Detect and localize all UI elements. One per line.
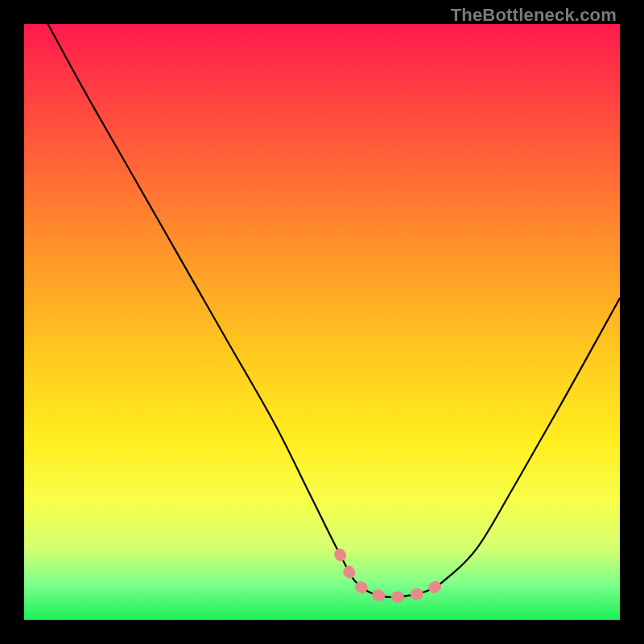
chart-area <box>24 24 620 620</box>
bottleneck-curve <box>48 24 620 597</box>
chart-svg <box>24 24 620 620</box>
valley-highlight <box>340 555 447 597</box>
watermark-text: TheBottleneck.com <box>451 5 617 26</box>
